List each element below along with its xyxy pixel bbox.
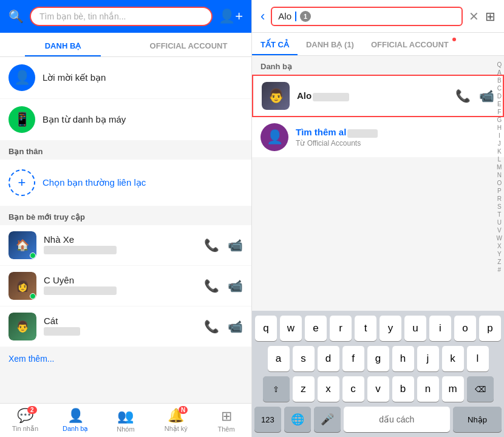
alpha-e[interactable]: E [497,100,502,108]
recent-item-1[interactable]: 🏠 Nhà Xe 📞 📹 [0,225,251,265]
video-icon-1[interactable]: 📹 [228,238,243,252]
key-u[interactable]: u [404,316,426,341]
tin-nhan-label: Tin nhắn [12,425,38,433]
alpha-q[interactable]: Q [497,61,502,69]
key-globe[interactable]: 🌐 [284,407,311,432]
key-q[interactable]: q [255,316,277,341]
alpha-s[interactable]: S [497,203,502,211]
alpha-g[interactable]: G [497,116,502,124]
alpha-j[interactable]: J [497,140,502,147]
alpha-p[interactable]: P [497,187,502,195]
alpha-hash[interactable]: # [497,266,502,274]
key-h[interactable]: h [392,346,414,371]
key-c[interactable]: c [342,376,364,402]
recent-item-3[interactable]: 👨 Cát 📞 📹 [0,307,251,347]
result-call-icon[interactable]: 📞 [455,89,471,103]
search-box-right[interactable]: Alo 1 [271,7,463,26]
key-z[interactable]: z [293,376,315,402]
key-l[interactable]: l [467,346,489,371]
key-k[interactable]: k [442,346,464,371]
alpha-l[interactable]: L [497,155,502,163]
key-enter[interactable]: Nhập [453,407,502,432]
key-f[interactable]: f [342,346,364,371]
tab-official-account[interactable]: OFFICIAL ACCOUNT [126,33,251,56]
back-button[interactable]: ‹ [261,8,265,24]
alpha-k[interactable]: K [497,147,502,155]
danh-ba-icon: 👤 [67,408,84,424]
alpha-x[interactable]: X [497,242,502,250]
key-r[interactable]: r [330,316,352,341]
recent-item-2[interactable]: 👩 C Uyên 📞 📹 [0,266,251,306]
key-y[interactable]: y [380,316,401,341]
key-shift[interactable]: ⇧ [263,376,290,402]
video-icon-3[interactable]: 📹 [228,319,243,334]
call-icon-2[interactable]: 📞 [204,279,219,293]
key-s[interactable]: s [293,346,315,371]
alpha-c[interactable]: C [497,84,502,92]
key-m[interactable]: m [442,376,464,402]
contact-result-item[interactable]: 👨 Alo 📞 📹 [252,75,504,117]
alpha-t[interactable]: T [497,211,502,218]
qr-icon[interactable]: ⊞ [485,9,495,24]
search-result-count: 1 [300,11,311,22]
call-icon-3[interactable]: 📞 [204,319,219,334]
key-o[interactable]: o [454,316,476,341]
alpha-i[interactable]: I [497,132,502,140]
nav-nhom[interactable]: 👥 Nhóm [101,404,151,437]
key-mic[interactable]: 🎤 [314,407,341,432]
alpha-u[interactable]: U [497,218,502,226]
nav-tin-nhan[interactable]: 💬 Tin nhắn 2 [0,404,50,437]
key-123[interactable]: 123 [254,407,281,432]
ban-danh-ba-item[interactable]: 📱 Bạn từ danh bạ máy [0,99,251,140]
see-more[interactable]: Xem thêm... [0,347,251,370]
key-a[interactable]: a [268,346,290,371]
alpha-h[interactable]: H [497,124,502,132]
nav-danh-ba[interactable]: 👤 Danh bạ [50,404,101,437]
alpha-n[interactable]: N [497,171,502,179]
key-j[interactable]: j [417,346,439,371]
call-icon-1[interactable]: 📞 [204,238,219,252]
alpha-v[interactable]: V [497,226,502,234]
avatar-nha-xe: 🏠 [9,231,36,259]
alpha-a[interactable]: A [497,69,502,76]
alpha-o[interactable]: O [497,179,502,187]
keyboard-row-1: q w e r t y u i o p [254,316,502,341]
alpha-d[interactable]: D [497,92,502,100]
nav-nhat-ky[interactable]: 🔔 Nhật ký N [151,404,201,437]
key-n[interactable]: n [417,376,439,402]
add-friend-icon[interactable]: 👤+ [219,8,243,24]
key-i[interactable]: i [429,316,451,341]
clear-search-button[interactable]: ✕ [469,9,479,24]
key-p[interactable]: p [479,316,501,341]
nav-them[interactable]: ⊞ Thêm [201,404,251,437]
key-t[interactable]: t [355,316,376,341]
tab-tat-ca[interactable]: TẤT CẢ [252,33,298,55]
result-video-icon[interactable]: 📹 [479,89,494,103]
alpha-b[interactable]: B [497,76,502,84]
official-result-name: Tìm thêm al [296,127,378,137]
add-frequent-item[interactable]: + Chọn bạn thường liên lạc [0,160,251,206]
key-space[interactable]: dấu cách [344,407,450,432]
key-v[interactable]: v [367,376,389,402]
loi-moi-item[interactable]: 👤 Lời mời kết bạn [0,57,251,98]
key-backspace[interactable]: ⌫ [467,376,494,402]
key-e[interactable]: e [305,316,327,341]
tab-danh-ba-1[interactable]: DANH BẠ (1) [298,33,363,55]
official-result-item[interactable]: 👤 Tìm thêm al Từ Official Accounts [252,117,504,157]
alpha-m[interactable]: M [497,163,502,171]
alpha-y[interactable]: Y [497,250,502,258]
key-w[interactable]: w [280,316,302,341]
tab-official-acc[interactable]: OFFICIAL ACCOUNT [363,33,457,55]
alpha-z[interactable]: Z [497,258,502,266]
key-b[interactable]: b [392,376,414,402]
see-more-label: Xem thêm... [9,354,54,364]
alpha-w[interactable]: W [497,234,502,242]
search-box-left[interactable]: Tìm bạn bè, tin nhắn... [30,7,213,26]
tab-danh-ba[interactable]: DANH BẠ [0,33,126,56]
video-icon-2[interactable]: 📹 [228,279,243,293]
alpha-f[interactable]: F [497,108,502,116]
key-d[interactable]: d [318,346,339,371]
key-g[interactable]: g [367,346,389,371]
key-x[interactable]: x [318,376,339,402]
alpha-r[interactable]: R [497,195,502,203]
